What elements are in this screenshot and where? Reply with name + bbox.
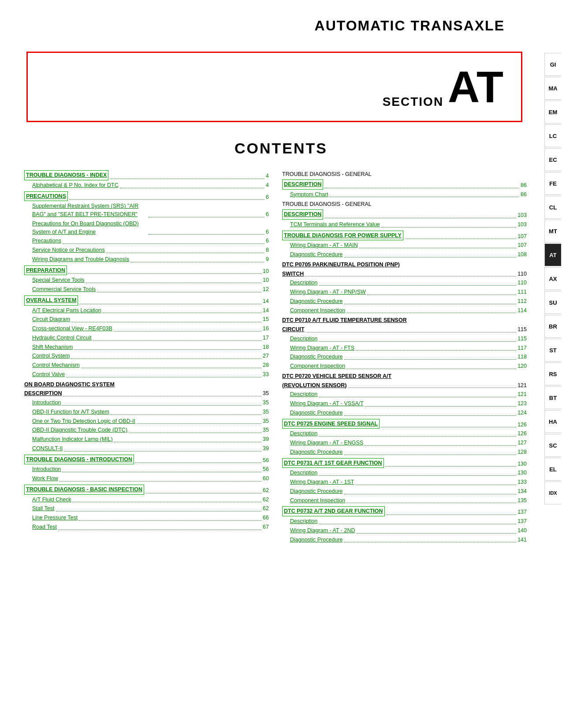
toc-heading-p0705[interactable]: DTC P0705 PARK/NEUTRAL POSITION (PNP) <box>282 261 527 269</box>
toc-item-work-flow[interactable]: Work Flow 60 <box>24 474 269 483</box>
toc-item-consult[interactable]: CONSULT-II 39 <box>24 444 269 453</box>
toc-item-p0732-desc[interactable]: Description 137 <box>282 517 527 526</box>
toc-item-p0705-wd[interactable]: Wiring Diagram - AT - PNP/SW 111 <box>282 288 527 296</box>
toc-heading-td-general1-desc[interactable]: DESCRIPTION 86 <box>282 179 527 190</box>
toc-heading-td-general1[interactable]: TROUBLE DIAGNOSIS - GENERAL <box>282 170 527 179</box>
toc-item-symptom-chart[interactable]: Symptom Chart 86 <box>282 190 527 199</box>
toc-label-precautions[interactable]: PRECAUTIONS <box>24 191 68 202</box>
toc-heading-p0710[interactable]: DTC P0710 A/T FLUID TEMPERATURE SENSOR <box>282 316 527 325</box>
toc-label-power-supply[interactable]: TROUBLE DIAGNOSIS FOR POWER SUPPLY <box>282 231 403 241</box>
side-tab-fe[interactable]: FE <box>544 172 561 195</box>
side-tab-cl[interactable]: CL <box>544 196 561 219</box>
toc-label-p0732[interactable]: DTC P0732 A/T 2ND GEAR FUNCTION <box>282 506 385 516</box>
side-tab-su[interactable]: SU <box>544 291 561 314</box>
toc-heading-power-supply[interactable]: TROUBLE DIAGNOSIS FOR POWER SUPPLY 107 <box>282 231 527 241</box>
toc-item-line-pressure[interactable]: Line Pressure Test 66 <box>24 514 269 522</box>
toc-heading-preparation[interactable]: PREPARATION 10 <box>24 265 269 276</box>
toc-heading-td-general2[interactable]: TROUBLE DIAGNOSIS - GENERAL <box>282 200 527 209</box>
toc-heading-obd-desc[interactable]: DESCRIPTION 35 <box>24 389 269 398</box>
toc-label-p0725[interactable]: DTC P0725 ENGINE SPEED SIGNAL <box>282 419 380 429</box>
toc-item-control-system[interactable]: Control System 27 <box>24 352 269 360</box>
toc-item-tcm-terminals[interactable]: TCM Terminals and Reference Value 103 <box>282 220 527 229</box>
toc-item-p0710-diag[interactable]: Diagnostic Procedure 118 <box>282 353 527 361</box>
toc-item-p0725-desc[interactable]: Description 126 <box>282 429 527 438</box>
toc-item-p0705-diag[interactable]: Diagnostic Procedure 112 <box>282 297 527 306</box>
toc-heading-td-general2-desc[interactable]: DESCRIPTION 103 <box>282 209 527 220</box>
toc-label-td-general2[interactable]: TROUBLE DIAGNOSIS - GENERAL <box>282 201 372 207</box>
toc-heading-basic-inspection[interactable]: TROUBLE DIAGNOSIS - BASIC INSPECTION 62 <box>24 485 269 495</box>
toc-heading-p0732[interactable]: DTC P0732 A/T 2ND GEAR FUNCTION 137 <box>282 506 527 516</box>
toc-heading-p0705-switch[interactable]: SWITCH 110 <box>282 270 527 278</box>
toc-item-alpha-index[interactable]: Alphabetical & P No. Index for DTC 4 <box>24 181 269 190</box>
side-tab-bt[interactable]: BT <box>544 386 561 409</box>
toc-item-p0725-diag[interactable]: Diagnostic Procedure 128 <box>282 448 527 456</box>
side-tab-gi[interactable]: GI <box>544 53 561 76</box>
side-tab-ec[interactable]: EC <box>544 148 561 171</box>
toc-heading-trouble-index[interactable]: TROUBLE DIAGNOSIS - INDEX 4 <box>24 170 269 180</box>
side-tab-br[interactable]: BR <box>544 315 561 338</box>
toc-item-mil[interactable]: Malfunction Indicator Lamp (MIL) 39 <box>24 435 269 444</box>
toc-item-at-electrical[interactable]: A/T Electrical Parts Location 14 <box>24 306 269 315</box>
side-tab-mt[interactable]: MT <box>544 220 561 243</box>
toc-item-p0731-diag[interactable]: Diagnostic Procedure 134 <box>282 487 527 496</box>
toc-item-p0720-desc[interactable]: Description 121 <box>282 390 527 399</box>
side-tab-lc[interactable]: LC <box>544 124 561 147</box>
toc-item-precautions[interactable]: Precautions 6 <box>24 237 269 245</box>
toc-item-p0710-desc[interactable]: Description 115 <box>282 335 527 343</box>
toc-item-p0725-wd[interactable]: Wiring Diagram - AT - ENGSS 127 <box>282 439 527 447</box>
side-tab-ha[interactable]: HA <box>544 410 561 433</box>
toc-item-p0731-wd[interactable]: Wiring Diagram - AT - 1ST 133 <box>282 478 527 486</box>
toc-item-p0731-desc[interactable]: Description 130 <box>282 469 527 477</box>
toc-label-td-intro[interactable]: TROUBLE DIAGNOSIS - INTRODUCTION <box>24 455 134 465</box>
toc-item-wiring-trouble[interactable]: Wiring Diagrams and Trouble Diagnosis 9 <box>24 255 269 264</box>
toc-heading-p0720-rev[interactable]: (REVOLUTION SENSOR) 121 <box>282 381 527 390</box>
side-tab-ma[interactable]: MA <box>544 77 561 100</box>
toc-item-dtc-code[interactable]: OBD-II Diagnostic Trouble Code (DTC) 35 <box>24 426 269 434</box>
toc-item-control-valve[interactable]: Control Valve 33 <box>24 370 269 379</box>
toc-item-control-mechanism[interactable]: Control Mechanism 28 <box>24 361 269 370</box>
toc-item-fluid-check[interactable]: A/T Fluid Check 62 <box>24 496 269 504</box>
toc-item-p0732-diag[interactable]: Diagnostic Procedure 141 <box>282 536 527 544</box>
toc-item-p0710-wd[interactable]: Wiring Diagram - AT - FTS 117 <box>282 344 527 352</box>
side-tab-em[interactable]: EM <box>544 101 561 123</box>
side-tab-rs[interactable]: RS <box>544 362 561 385</box>
side-tab-idx[interactable]: IDX <box>544 482 561 504</box>
toc-item-srs[interactable]: Supplemental Restraint System (SRS) "AIR… <box>24 202 269 219</box>
side-tab-st[interactable]: ST <box>544 339 561 362</box>
toc-label-td-general1[interactable]: TROUBLE DIAGNOSIS - GENERAL <box>282 171 372 177</box>
toc-item-circuit-diagram[interactable]: Circuit Diagram 15 <box>24 315 269 324</box>
toc-heading-td-intro[interactable]: TROUBLE DIAGNOSIS - INTRODUCTION 56 <box>24 455 269 465</box>
side-tab-sc[interactable]: SC <box>544 434 561 457</box>
toc-heading-p0710-circuit[interactable]: CIRCUIT 115 <box>282 325 527 334</box>
toc-heading-p0720[interactable]: DTC P0720 VEHICLE SPEED SENSOR A/T <box>282 372 527 381</box>
toc-item-commercial-tools[interactable]: Commercial Service Tools 12 <box>24 285 269 294</box>
toc-label-preparation[interactable]: PREPARATION <box>24 265 67 276</box>
toc-label-overall-system[interactable]: OVERALL SYSTEM <box>24 295 78 306</box>
toc-item-diag-proc-ps[interactable]: Diagnostic Procedure 108 <box>282 250 527 259</box>
toc-item-p0705-desc[interactable]: Description 110 <box>282 279 527 287</box>
toc-item-p0720-wd[interactable]: Wiring Diagram - AT - VSSA/T 123 <box>282 399 527 408</box>
toc-item-p0731-comp[interactable]: Component Inspection 135 <box>282 497 527 505</box>
toc-item-service-notice[interactable]: Service Notice or Precautions 8 <box>24 246 269 254</box>
toc-item-hydraulic[interactable]: Hydraulic Control Circuit 17 <box>24 334 269 342</box>
toc-item-special-tools[interactable]: Special Service Tools 10 <box>24 276 269 284</box>
toc-item-obd-function[interactable]: OBD-II Function for A/T System 35 <box>24 408 269 416</box>
side-tab-el[interactable]: EL <box>544 458 561 481</box>
toc-item-td-introduction[interactable]: Introduction 56 <box>24 465 269 474</box>
toc-item-p0710-comp[interactable]: Component Inspection 120 <box>282 362 527 370</box>
toc-item-trip-detection[interactable]: One or Two Trip Detection Logic of OBD-I… <box>24 417 269 426</box>
toc-heading-p0725[interactable]: DTC P0725 ENGINE SPEED SIGNAL 126 <box>282 419 527 429</box>
toc-item-p0705-comp[interactable]: Component Inspection 114 <box>282 306 527 315</box>
toc-item-p0720-diag[interactable]: Diagnostic Procedure 124 <box>282 409 527 417</box>
toc-heading-overall-system[interactable]: OVERALL SYSTEM 14 <box>24 295 269 306</box>
side-tab-ax[interactable]: AX <box>544 267 561 290</box>
toc-heading-p0731[interactable]: DTC P0731 A/T 1ST GEAR FUNCTION 130 <box>282 458 527 468</box>
toc-item-shift-mechanism[interactable]: Shift Mechanism 18 <box>24 343 269 351</box>
toc-item-obd-precautions[interactable]: Precautions for On Board Diagnostic (OBD… <box>24 220 269 236</box>
toc-label-p0731[interactable]: DTC P0731 A/T 1ST GEAR FUNCTION <box>282 458 384 468</box>
toc-label-basic-inspection[interactable]: TROUBLE DIAGNOSIS - BASIC INSPECTION <box>24 485 144 495</box>
toc-label-trouble-index[interactable]: TROUBLE DIAGNOSIS - INDEX <box>24 170 108 180</box>
toc-heading-obd[interactable]: ON BOARD DIAGNOSTIC SYSTEM <box>24 381 269 389</box>
toc-item-p0732-wd[interactable]: Wiring Diagram - AT - 2ND 140 <box>282 526 527 535</box>
toc-item-cross-section[interactable]: Cross-sectional View - RE4F03B 16 <box>24 325 269 333</box>
